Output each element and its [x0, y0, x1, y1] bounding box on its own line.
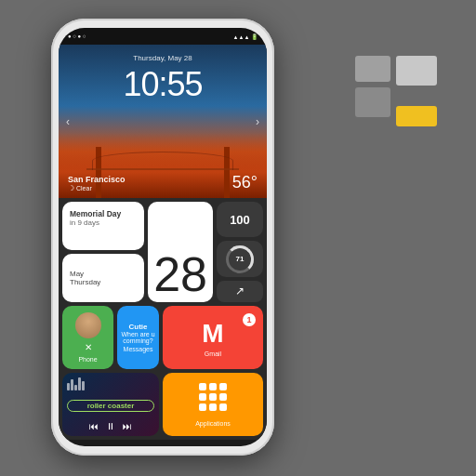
location-status: ☽ Clear	[68, 184, 126, 192]
logo-block-4	[396, 106, 437, 126]
arrow-widget[interactable]: ↗	[217, 281, 263, 302]
hero-date: Thursday, May 28	[59, 54, 267, 62]
message-preview: When are u comming?	[121, 331, 155, 344]
circles-column: 100 71 ↗	[217, 202, 263, 302]
phone-icon: ✕	[85, 342, 92, 352]
logo-block-1	[355, 56, 390, 82]
temperature: 56°	[232, 173, 258, 192]
phone-screen: ● ○ ● ○ ▲▲▲ 🔋 Thursday, May 28 10:55 ‹ ›	[59, 28, 267, 446]
memorial-title: Memorial Day	[70, 209, 137, 218]
ring-outer: 71	[226, 245, 254, 273]
logo-block-3	[355, 87, 390, 117]
status-bar: ● ○ ● ○ ▲▲▲ 🔋	[59, 28, 267, 45]
music-widget[interactable]: roller coaster ⏮ ⏸ ⏭	[62, 373, 159, 436]
weather-section: San Francisco ☽ Clear 56°	[59, 173, 267, 192]
left-column: Memorial Day in 9 days May Thursday	[62, 202, 144, 302]
phone-device: ● ○ ● ○ ▲▲▲ 🔋 Thursday, May 28 10:55 ‹ ›	[51, 19, 274, 456]
app-dot-9	[219, 403, 227, 411]
status-right-icons: ▲▲▲ 🔋	[233, 33, 258, 40]
date-number: 28	[153, 250, 207, 298]
gmail-widget[interactable]: 1 M Gmail	[163, 306, 263, 369]
app-dot-3	[219, 383, 227, 390]
app-dot-2	[209, 383, 217, 390]
phone-label: Phone	[78, 356, 97, 363]
circle-value-1: 100	[230, 214, 250, 226]
circle-widget-2[interactable]: 71	[217, 241, 263, 276]
app-dot-1	[199, 383, 206, 390]
applications-widget[interactable]: Applications	[163, 373, 263, 436]
memorial-subtitle: in 9 days	[70, 218, 137, 227]
widgets-container: Memorial Day in 9 days May Thursday 28	[59, 198, 267, 440]
memorial-widget[interactable]: Memorial Day in 9 days	[62, 202, 144, 250]
app-dot-4	[199, 393, 206, 401]
gmail-badge: 1	[243, 313, 256, 326]
contact-name: Cutie	[129, 323, 148, 331]
month-label: May	[70, 270, 137, 278]
widget-row-1: Memorial Day in 9 days May Thursday 28	[62, 202, 263, 302]
hero-nav-right[interactable]: ›	[256, 115, 259, 128]
hero-nav-left[interactable]: ‹	[66, 115, 70, 128]
phone-app-widget[interactable]: ✕ Phone	[62, 306, 113, 369]
apps-row: ✕ Phone Cutie When are u comming? Messag…	[62, 306, 263, 369]
messages-label: Messages	[124, 346, 153, 352]
logo-block-2	[396, 56, 437, 86]
day-label: Thursday	[70, 278, 137, 286]
applications-label: Applications	[195, 420, 231, 427]
circle-widget-1[interactable]: 100	[217, 202, 263, 237]
month-day-widget[interactable]: May Thursday	[62, 254, 144, 302]
gmail-icon: M	[202, 319, 223, 349]
location-info: San Francisco ☽ Clear	[68, 175, 126, 192]
location-name: San Francisco	[68, 175, 126, 184]
song-title: roller coaster	[67, 400, 154, 412]
play-pause-button[interactable]: ⏸	[106, 421, 115, 431]
app-dot-7	[199, 403, 206, 411]
gmail-label: Gmail	[205, 350, 221, 357]
music-controls: ⏮ ⏸ ⏭	[67, 421, 154, 431]
next-button[interactable]: ⏭	[123, 421, 132, 431]
apps-grid-icon	[199, 383, 227, 411]
bottom-row: roller coaster ⏮ ⏸ ⏭	[62, 373, 263, 436]
music-bars	[67, 377, 154, 390]
app-logo	[355, 56, 430, 130]
hero-section: Thursday, May 28 10:55 ‹ › San Francisco…	[59, 45, 267, 198]
contact-avatar	[75, 312, 101, 338]
date-big-widget[interactable]: 28	[148, 202, 213, 302]
app-dot-5	[209, 393, 217, 401]
prev-button[interactable]: ⏮	[89, 421, 99, 431]
messages-widget[interactable]: Cutie When are u comming? Messages	[117, 306, 159, 369]
app-dot-6	[219, 393, 227, 401]
status-left-icons: ● ○ ● ○	[68, 33, 86, 39]
date-area: 28 100 71	[148, 202, 263, 302]
app-dot-8	[209, 403, 217, 411]
hero-time: 10:55	[59, 65, 267, 104]
